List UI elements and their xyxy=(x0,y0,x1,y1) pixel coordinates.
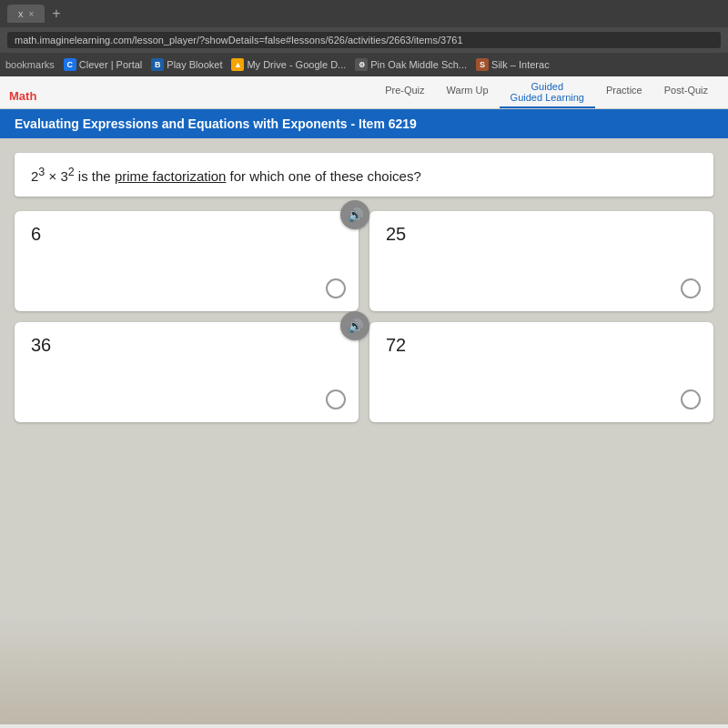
bookmark-pin[interactable]: ⚙ Pin Oak Middle Sch... xyxy=(355,58,467,71)
choice-value-36: 36 xyxy=(31,335,51,356)
tab-bar: x × + xyxy=(0,0,728,27)
new-tab-button[interactable]: + xyxy=(52,5,60,22)
bookmark-blooket[interactable]: B Play Blooket xyxy=(151,58,222,71)
main-content: 23 × 32 is the prime factorization for w… xyxy=(0,138,728,724)
tab-post-quiz[interactable]: Post-Quiz xyxy=(653,79,719,108)
blooket-icon: B xyxy=(151,58,164,71)
choice-card-72[interactable]: 72 xyxy=(369,322,713,422)
drive-icon: ▲ xyxy=(231,58,244,71)
choice-card-25[interactable]: 25 xyxy=(369,211,713,311)
browser-tab[interactable]: x × xyxy=(7,5,45,23)
pin-label: Pin Oak Middle Sch... xyxy=(370,59,467,70)
guided-label-top: Guided xyxy=(531,81,563,92)
bookmarks-label: bookmarks xyxy=(5,59,55,70)
lesson-header: Evaluating Expressions and Equations wit… xyxy=(0,109,728,138)
tab-warm-up[interactable]: Warm Up xyxy=(436,79,500,108)
clever-icon: C xyxy=(64,58,76,71)
choice-value-72: 72 xyxy=(386,335,406,356)
radio-36[interactable] xyxy=(326,389,346,410)
question-text: 23 × 32 is the prime factorization for w… xyxy=(31,168,421,184)
nav-tabs: Pre-Quiz Warm Up Guided Guided Learning … xyxy=(374,79,719,108)
clever-label: Clever | Portal xyxy=(79,59,143,70)
nav-bar: Math Pre-Quiz Warm Up Guided Guided Lear… xyxy=(0,76,728,109)
radio-6[interactable] xyxy=(326,278,346,298)
page-content: Math Pre-Quiz Warm Up Guided Guided Lear… xyxy=(0,76,728,728)
choices-grid: 6 🔊 25 36 🔊 72 xyxy=(15,211,713,422)
background-texture xyxy=(0,615,728,724)
silk-label: Silk – Interac xyxy=(491,59,550,70)
brand-label: Math xyxy=(9,89,36,108)
blooket-label: Play Blooket xyxy=(167,59,222,70)
pin-icon: ⚙ xyxy=(355,58,368,71)
tab-label: x xyxy=(18,8,24,19)
choice-value-6: 6 xyxy=(31,224,41,245)
prime-factorization-link[interactable]: prime factorization xyxy=(115,168,227,184)
silk-icon: S xyxy=(476,58,489,71)
question-card: 23 × 32 is the prime factorization for w… xyxy=(15,153,713,197)
lesson-title: Evaluating Expressions and Equations wit… xyxy=(15,116,417,131)
speaker-icon-36: 🔊 xyxy=(348,318,363,333)
tab-practice[interactable]: Practice xyxy=(595,79,653,108)
choice-value-25: 25 xyxy=(386,224,406,245)
bookmark-clever[interactable]: C Clever | Portal xyxy=(64,58,143,71)
radio-72[interactable] xyxy=(681,389,701,410)
tab-pre-quiz[interactable]: Pre-Quiz xyxy=(374,79,435,108)
exp2: 2 xyxy=(68,166,75,178)
audio-button-36[interactable]: 🔊 xyxy=(340,311,369,340)
address-bar[interactable]: math.imaginelearning.com/lesson_player/?… xyxy=(7,32,721,48)
bookmark-drive[interactable]: ▲ My Drive - Google D... xyxy=(231,58,346,71)
speaker-icon-6: 🔊 xyxy=(348,207,363,222)
tab-close-button[interactable]: × xyxy=(29,9,35,19)
tab-guided-learning[interactable]: Guided Guided Learning xyxy=(500,79,595,108)
bookmarks-bar: bookmarks C Clever | Portal B Play Blook… xyxy=(0,53,728,76)
address-bar-row: math.imaginelearning.com/lesson_player/?… xyxy=(0,27,728,53)
radio-25[interactable] xyxy=(681,278,701,298)
audio-button-6[interactable]: 🔊 xyxy=(340,200,369,229)
drive-label: My Drive - Google D... xyxy=(247,59,346,70)
exp1: 3 xyxy=(38,166,45,178)
browser-chrome: x × + math.imaginelearning.com/lesson_pl… xyxy=(0,0,728,76)
choice-card-6[interactable]: 6 🔊 xyxy=(15,211,359,311)
bookmark-silk[interactable]: S Silk – Interac xyxy=(476,58,550,71)
choice-card-36[interactable]: 36 🔊 xyxy=(15,322,359,422)
guided-label-bottom: Guided Learning xyxy=(511,92,584,103)
